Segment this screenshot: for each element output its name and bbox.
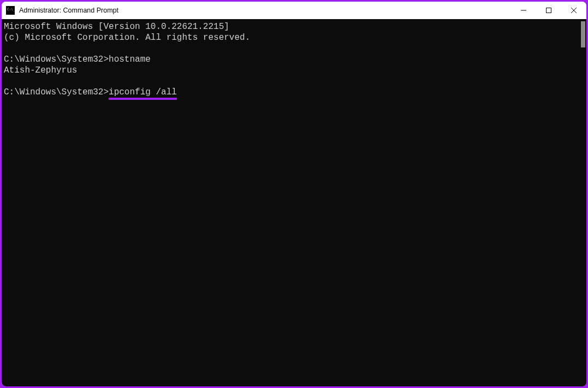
scrollbar[interactable] — [578, 19, 586, 386]
cmd-icon — [6, 6, 15, 15]
hostname-output: Atish-Zephyrus — [4, 65, 77, 75]
command-hostname: hostname — [109, 55, 151, 64]
terminal-output[interactable]: Microsoft Windows [Version 10.0.22621.22… — [2, 19, 578, 386]
svg-rect-0 — [547, 8, 551, 13]
maximize-icon — [546, 8, 551, 13]
command-prompt-window: Administrator: Command Prompt Microsoft … — [2, 2, 586, 386]
terminal-area: Microsoft Windows [Version 10.0.22621.22… — [2, 19, 586, 386]
maximize-button[interactable] — [536, 2, 561, 19]
prompt: C:\Windows\System32> — [4, 55, 109, 64]
close-button[interactable] — [561, 2, 586, 19]
command-ipconfig: ipconfig /all — [109, 87, 177, 100]
window-controls — [511, 2, 586, 19]
copyright-line: (c) Microsoft Corporation. All rights re… — [4, 33, 250, 43]
scrollbar-thumb[interactable] — [581, 21, 585, 47]
titlebar[interactable]: Administrator: Command Prompt — [2, 2, 586, 19]
close-icon — [571, 8, 577, 13]
window-title: Administrator: Command Prompt — [19, 7, 511, 14]
minimize-icon — [521, 8, 526, 13]
version-line: Microsoft Windows [Version 10.0.22621.22… — [4, 22, 229, 32]
minimize-button[interactable] — [511, 2, 536, 19]
prompt: C:\Windows\System32> — [4, 87, 109, 97]
